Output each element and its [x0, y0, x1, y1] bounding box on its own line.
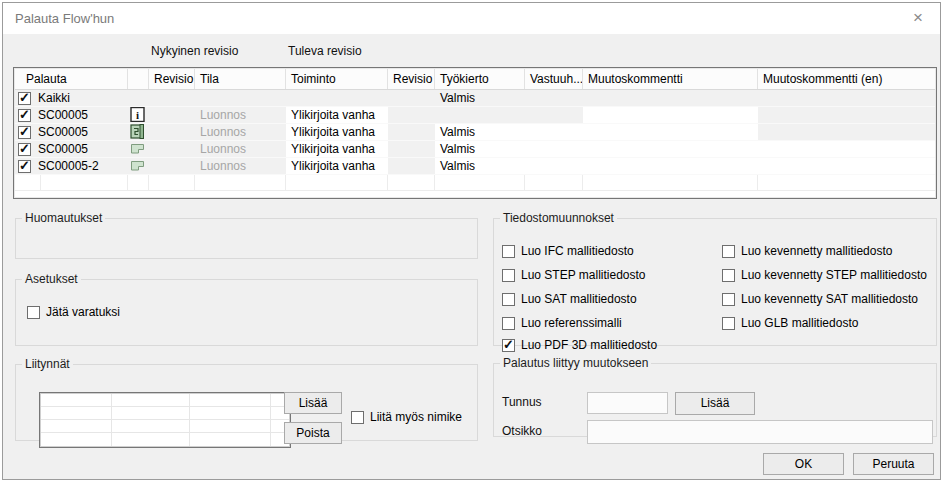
settings-group: Asetukset Jätä varatuksi: [15, 272, 478, 346]
sat-label: Luo SAT mallitiedosto: [521, 292, 637, 306]
revision-table: Palauta Revisio Tila Toiminto Revisio Ty…: [13, 67, 937, 199]
state-cell: Luonnos: [195, 158, 286, 174]
comment-cell[interactable]: [583, 107, 758, 123]
file-conversions-group: Tiedostomuunnokset Luo IFC mallitiedosto…: [493, 211, 937, 346]
ifc-checkbox[interactable]: [502, 245, 515, 258]
col-tyokierto[interactable]: Työkierto: [435, 69, 525, 89]
sheet-part-icon: [130, 141, 149, 156]
col-palauta[interactable]: Palauta: [15, 69, 128, 89]
attach-item-label: Liitä myös nimike: [370, 410, 462, 424]
reference-model-label: Luo referenssimalli: [521, 316, 622, 330]
dialog-title: Palauta Flow'hun: [15, 3, 114, 34]
workflow-state: Valmis: [435, 90, 525, 106]
attach-item-checkbox[interactable]: [351, 411, 364, 424]
comment-cell[interactable]: [583, 141, 758, 157]
col-muutoskommentti-en[interactable]: Muutoskommentti (en): [758, 69, 935, 89]
col-revisio-current[interactable]: Revisio: [149, 69, 195, 89]
sheet-part-icon: [130, 158, 149, 173]
notes-group: Huomautukset: [15, 211, 478, 259]
tunnus-input[interactable]: [587, 392, 668, 414]
empty-table-row: [15, 175, 935, 191]
row-name: SC00005: [38, 124, 88, 140]
ifc-label: Luo IFC mallitiedosto: [521, 244, 634, 258]
glb-checkbox[interactable]: [722, 317, 735, 330]
reference-model-checkbox[interactable]: [502, 317, 515, 330]
keep-reserved-label: Jätä varatuksi: [46, 305, 120, 319]
workflow-state: Valmis: [435, 158, 525, 174]
otsikko-input[interactable]: [587, 420, 933, 444]
table-row[interactable]: ✓ SC00005 Luonnos Ylikirjoita vanha Valm…: [15, 141, 935, 158]
row-name: Kaikki: [38, 90, 70, 106]
action-cell[interactable]: Ylikirjoita vanha: [286, 107, 388, 123]
table-row[interactable]: ✓ Kaikki Valmis: [15, 90, 935, 107]
tunnus-label: Tunnus: [502, 395, 542, 409]
pdf-3d-checkbox[interactable]: ✓: [502, 339, 515, 352]
close-icon[interactable]: ×: [902, 3, 934, 34]
row-name: SC00005: [38, 107, 88, 123]
state-cell: Luonnos: [195, 141, 286, 157]
add-connection-button[interactable]: Lisää: [284, 392, 342, 414]
light-model-label: Luo kevennetty mallitiedosto: [741, 244, 892, 258]
workflow-state: Valmis: [435, 141, 525, 157]
light-sat-checkbox[interactable]: [722, 293, 735, 306]
col-toiminto[interactable]: Toiminto: [286, 69, 388, 89]
light-sat-label: Luo kevennetty SAT mallitiedosto: [741, 292, 918, 306]
connections-table[interactable]: [39, 392, 291, 448]
row-name: SC00005-2: [38, 158, 99, 174]
col-revisio-future[interactable]: Revisio: [388, 69, 435, 89]
col-icon[interactable]: [128, 69, 149, 89]
table-row[interactable]: ✓ SC00005 i Luonnos Ylikirjoita vanha: [15, 107, 935, 124]
glb-label: Luo GLB mallitiedosto: [741, 316, 858, 330]
table-row[interactable]: ✓ SC00005-2 Luonnos Ylikirjoita vanha Va…: [15, 158, 935, 175]
row-checkbox[interactable]: ✓: [18, 109, 31, 122]
step-checkbox[interactable]: [502, 269, 515, 282]
palauta-flowhun-dialog: Palauta Flow'hun × Nykyinen revisio Tule…: [2, 2, 941, 480]
info-document-icon: i: [130, 107, 149, 122]
comment-cell[interactable]: [583, 124, 758, 140]
light-step-label: Luo kevennetty STEP mallitiedosto: [741, 268, 927, 282]
add-change-button[interactable]: Lisää: [675, 392, 755, 415]
row-checkbox[interactable]: ✓: [18, 92, 31, 105]
title-bar: Palauta Flow'hun ×: [3, 3, 940, 34]
action-cell[interactable]: Ylikirjoita vanha: [286, 124, 388, 140]
notes-group-label: Huomautukset: [22, 211, 105, 225]
change-link-group-label: Palautus liittyy muutokseen: [500, 356, 651, 370]
remove-connection-button[interactable]: Poista: [284, 422, 342, 444]
state-cell: Luonnos: [195, 124, 286, 140]
svg-text:i: i: [136, 109, 139, 121]
connections-group: Liitynnät Lisää Poista Liitä myös nimike: [15, 357, 478, 441]
model-3d-icon: [130, 124, 149, 139]
file-conversions-group-label: Tiedostomuunnokset: [500, 211, 617, 225]
light-step-checkbox[interactable]: [722, 269, 735, 282]
state-cell: Luonnos: [195, 107, 286, 123]
workflow-state: Valmis: [435, 124, 525, 140]
col-muutoskommentti[interactable]: Muutoskommentti: [583, 69, 758, 89]
table-row[interactable]: ✓ SC00005 Luonnos Ylikirjoita vanha: [15, 124, 935, 141]
change-link-group: Palautus liittyy muutokseen Tunnus Lisää…: [493, 356, 937, 437]
action-cell[interactable]: Ylikirjoita vanha: [286, 158, 388, 174]
comment-cell[interactable]: [583, 158, 758, 174]
light-model-checkbox[interactable]: [722, 245, 735, 258]
action-cell[interactable]: Ylikirjoita vanha: [286, 141, 388, 157]
table-header: Palauta Revisio Tila Toiminto Revisio Ty…: [15, 69, 935, 90]
row-checkbox[interactable]: ✓: [18, 143, 31, 156]
workflow-state: [435, 107, 525, 123]
connections-group-label: Liitynnät: [22, 357, 73, 371]
col-tila[interactable]: Tila: [195, 69, 286, 89]
otsikko-label: Otsikko: [502, 424, 542, 438]
step-label: Luo STEP mallitiedosto: [521, 268, 646, 282]
row-checkbox[interactable]: ✓: [18, 126, 31, 139]
sat-checkbox[interactable]: [502, 293, 515, 306]
ok-button[interactable]: OK: [763, 453, 844, 475]
col-vastuuhenkilo[interactable]: Vastuuh...: [525, 69, 583, 89]
row-name: SC00005: [38, 141, 88, 157]
row-checkbox[interactable]: ✓: [18, 160, 31, 173]
keep-reserved-checkbox[interactable]: [27, 306, 40, 319]
cancel-button[interactable]: Peruuta: [853, 453, 934, 475]
future-revision-label: Tuleva revisio: [288, 44, 362, 58]
current-revision-label: Nykyinen revisio: [151, 44, 238, 58]
settings-group-label: Asetukset: [22, 272, 81, 286]
pdf-3d-label: Luo PDF 3D mallitiedosto: [521, 338, 657, 352]
